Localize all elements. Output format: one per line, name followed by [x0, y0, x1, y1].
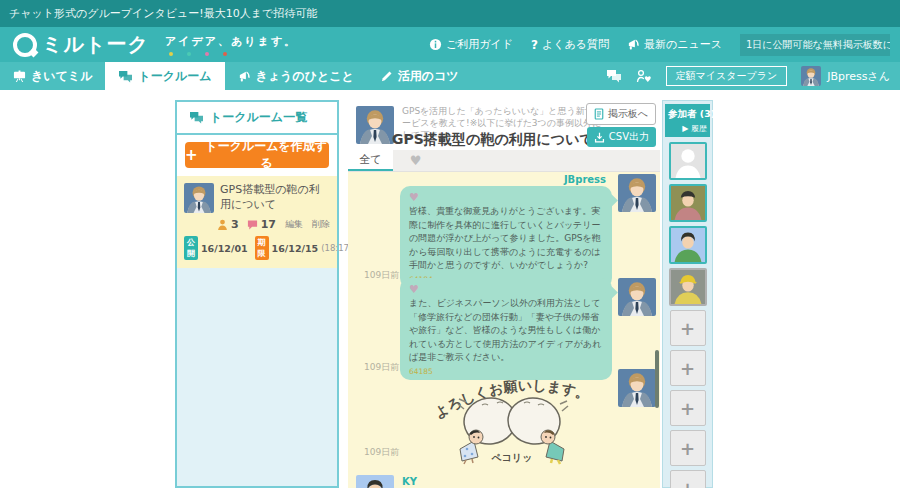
message-filter-tabs: 全て ♥: [348, 150, 660, 172]
history-link[interactable]: ▶ 履歴: [668, 123, 707, 134]
nav-item-label: 活用のコツ: [398, 68, 459, 85]
create-talkroom-button[interactable]: + トークルームを作成する: [185, 142, 329, 168]
sidebar-title: トークルーム一覧: [210, 109, 307, 126]
chat-panel: GPSを活用した「あったらいいな」と思う新サービスを教えて!※以下に挙げた3つの…: [348, 100, 660, 488]
plus-icon: +: [680, 478, 695, 488]
app-logo[interactable]: ミルトーク: [13, 31, 149, 58]
dot-yellow: [169, 52, 173, 56]
participants-header: 参加者 (3) ▶ 履歴: [665, 104, 710, 137]
nav-item-label: きょうのひとこと: [256, 68, 354, 85]
member-count: 3: [231, 218, 239, 231]
question-icon: ?: [531, 38, 538, 52]
plus-icon: +: [680, 318, 695, 339]
user-menu[interactable]: JBpressさん: [801, 66, 890, 86]
participants-title: 参加者 (3): [668, 108, 707, 121]
top-notice-bar: チャット形式のグループインタビュー!最大10人まで招待可能: [0, 0, 900, 27]
chat-scrollbar-thumb[interactable]: [655, 350, 659, 408]
plus-icon: +: [680, 358, 695, 379]
participants-panel: 参加者 (3) ▶ 履歴 + + + + + +: [662, 100, 713, 488]
message-bubble[interactable]: ♥ 皆様、貴重な御意見ありがとうございます。実際に制作を具体的に進行していくとバ…: [400, 186, 612, 288]
chat-icon[interactable]: [606, 69, 622, 83]
signboard-icon: [13, 70, 26, 83]
add-participant-slot[interactable]: +: [670, 470, 706, 488]
pencil-icon: [380, 70, 393, 83]
like-person-icon[interactable]: [636, 69, 652, 83]
edit-link[interactable]: 編集: [285, 218, 303, 231]
plus-icon: +: [680, 398, 695, 419]
room-owner-avatar: [184, 183, 214, 213]
nav-item-talkroom[interactable]: トークルーム: [105, 62, 224, 90]
plus-icon: +: [185, 148, 198, 163]
message-avatar: [356, 475, 394, 488]
user-name: JBpressさん: [827, 69, 890, 84]
add-participant-slot[interactable]: +: [670, 430, 706, 466]
tab-favorites[interactable]: ♥: [393, 150, 438, 171]
add-participant-slot[interactable]: +: [670, 350, 706, 386]
members-icon: [217, 219, 228, 230]
favorite-heart-icon[interactable]: ♥: [409, 192, 603, 203]
faq-link-label: よくある質問: [542, 37, 609, 52]
message-list[interactable]: 109日前 JBpress ♥ 皆様、貴重な御意見ありがとうございます。実際に制…: [348, 172, 660, 488]
dot-pink: [205, 52, 209, 56]
nav-item-label: きいてミル: [31, 68, 92, 85]
delete-link[interactable]: 削除: [312, 218, 330, 231]
document-icon: [594, 108, 604, 120]
csv-export-button[interactable]: CSV出力: [587, 127, 656, 147]
nav-item-tips[interactable]: 活用のコツ: [367, 62, 472, 90]
plus-icon: +: [680, 438, 695, 459]
news-link[interactable]: 最新のニュース: [627, 37, 722, 52]
sidebar-header: トークルーム一覧: [177, 102, 337, 135]
comment-count: 17: [261, 218, 276, 231]
participant-avatar-placeholder[interactable]: [669, 142, 707, 180]
deadline-badge: 期限: [255, 236, 269, 260]
participant-avatar[interactable]: [669, 184, 707, 222]
nav-item-kiitemiru[interactable]: きいてミル: [0, 62, 105, 90]
chat-bubbles-icon: [118, 70, 133, 83]
faq-link[interactable]: ? よくある質問: [531, 37, 609, 52]
participant-avatar[interactable]: [669, 226, 707, 264]
stamp-sub-text: ペコリッ: [491, 452, 533, 463]
app-header: ミルトーク アイデア、あります。 ご利用ガイド ? よくある質問 最新のニュー: [0, 27, 900, 62]
message-row: 109日前 よろしくお願いします。: [348, 369, 660, 465]
news-ticker[interactable]: 1日に公開可能な無料掲示板数に制限を設…: [740, 34, 890, 56]
to-board-button[interactable]: 掲示板へ: [586, 103, 656, 125]
participants-list: + + + + + +: [663, 142, 712, 488]
chat-header: GPSを活用した「あったらいいな」と思う新サービスを教えて!※以下に挙げた3つの…: [348, 100, 660, 150]
nav-item-hitokoto[interactable]: きょうのひとこと: [225, 62, 367, 90]
dot-teal: [187, 52, 191, 56]
message-row: KY: [348, 475, 660, 488]
room-title: GPS搭載型の鞄の利用について: [392, 131, 594, 149]
add-participant-slot[interactable]: +: [670, 310, 706, 346]
plan-badge[interactable]: 定額マイスタープラン: [666, 66, 788, 86]
logo-q-icon: [13, 33, 37, 57]
message-bubble[interactable]: ♥ また、ビジネスパーソン以外の利用方法として「修学旅行などの団体行動」「妻や子…: [400, 278, 612, 380]
to-board-label: 掲示板へ: [608, 107, 648, 121]
room-owner-avatar: [356, 106, 394, 144]
csv-export-label: CSV出力: [609, 130, 649, 144]
add-participant-slot[interactable]: +: [670, 390, 706, 426]
open-badge: 公開: [184, 236, 198, 260]
tab-all[interactable]: 全て: [348, 150, 393, 171]
message-avatar: [618, 174, 656, 212]
megaphone-icon: [238, 70, 251, 83]
message-text: また、ビジネスパーソン以外の利用方法として「修学旅行などの団体行動」「妻や子供の…: [409, 297, 603, 365]
participant-avatar[interactable]: [669, 268, 707, 306]
main-nav: きいてミル トークルーム きょうのひとこと 活用のコツ 定額マイスタープラン J…: [0, 62, 900, 90]
favorite-heart-icon[interactable]: ♥: [409, 284, 603, 295]
tagline-dots: [169, 52, 297, 56]
create-talkroom-label: トークルームを作成する: [204, 138, 329, 172]
info-icon: [429, 38, 442, 51]
news-link-label: 最新のニュース: [644, 37, 722, 52]
greeting-stamp-image[interactable]: よろしくお願いします。: [412, 369, 612, 465]
message-avatar: [618, 369, 656, 407]
guide-link[interactable]: ご利用ガイド: [429, 37, 513, 52]
talkroom-list-item[interactable]: GPS搭載型の鞄の利用について 3 17 編集 削除 公開 16/12/01 期…: [177, 176, 337, 268]
logo-text: ミルトーク: [42, 31, 149, 58]
message-row: 109日前 ♥ また、ビジネスパーソン以外の利用方法として「修学旅行などの団体行…: [348, 278, 660, 380]
room-title: GPS搭載型の鞄の利用について: [220, 183, 330, 213]
megaphone-icon: [627, 38, 640, 51]
chat-bubbles-icon: [189, 111, 204, 124]
create-room-zone: + トークルームを作成する: [177, 135, 337, 176]
message-time: 109日前: [364, 446, 399, 459]
heart-icon: ♥: [410, 153, 422, 168]
